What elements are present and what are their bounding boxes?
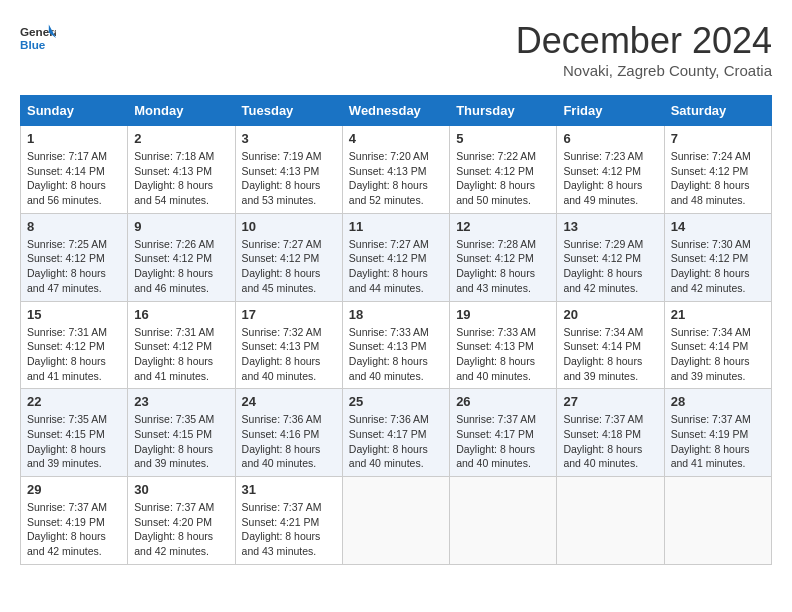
calendar-cell: 29 Sunrise: 7:37 AM Sunset: 4:19 PM Dayl… xyxy=(21,477,128,565)
calendar-cell: 6 Sunrise: 7:23 AM Sunset: 4:12 PM Dayli… xyxy=(557,126,664,214)
day-number: 9 xyxy=(134,219,228,234)
day-number: 19 xyxy=(456,307,550,322)
day-info: Sunrise: 7:32 AM Sunset: 4:13 PM Dayligh… xyxy=(242,325,336,384)
title-block: December 2024 Novaki, Zagreb County, Cro… xyxy=(516,20,772,79)
day-info: Sunrise: 7:18 AM Sunset: 4:13 PM Dayligh… xyxy=(134,149,228,208)
day-info: Sunrise: 7:25 AM Sunset: 4:12 PM Dayligh… xyxy=(27,237,121,296)
calendar-week-row: 29 Sunrise: 7:37 AM Sunset: 4:19 PM Dayl… xyxy=(21,477,772,565)
day-info: Sunrise: 7:37 AM Sunset: 4:19 PM Dayligh… xyxy=(671,412,765,471)
calendar-week-row: 22 Sunrise: 7:35 AM Sunset: 4:15 PM Dayl… xyxy=(21,389,772,477)
calendar-cell: 11 Sunrise: 7:27 AM Sunset: 4:12 PM Dayl… xyxy=(342,213,449,301)
calendar-cell: 20 Sunrise: 7:34 AM Sunset: 4:14 PM Dayl… xyxy=(557,301,664,389)
col-friday: Friday xyxy=(557,96,664,126)
calendar-cell: 17 Sunrise: 7:32 AM Sunset: 4:13 PM Dayl… xyxy=(235,301,342,389)
day-info: Sunrise: 7:36 AM Sunset: 4:16 PM Dayligh… xyxy=(242,412,336,471)
col-thursday: Thursday xyxy=(450,96,557,126)
day-number: 3 xyxy=(242,131,336,146)
day-info: Sunrise: 7:34 AM Sunset: 4:14 PM Dayligh… xyxy=(563,325,657,384)
day-info: Sunrise: 7:35 AM Sunset: 4:15 PM Dayligh… xyxy=(27,412,121,471)
day-info: Sunrise: 7:37 AM Sunset: 4:20 PM Dayligh… xyxy=(134,500,228,559)
day-number: 31 xyxy=(242,482,336,497)
day-info: Sunrise: 7:22 AM Sunset: 4:12 PM Dayligh… xyxy=(456,149,550,208)
day-number: 11 xyxy=(349,219,443,234)
calendar-cell: 15 Sunrise: 7:31 AM Sunset: 4:12 PM Dayl… xyxy=(21,301,128,389)
calendar-cell: 3 Sunrise: 7:19 AM Sunset: 4:13 PM Dayli… xyxy=(235,126,342,214)
day-number: 13 xyxy=(563,219,657,234)
col-monday: Monday xyxy=(128,96,235,126)
day-info: Sunrise: 7:20 AM Sunset: 4:13 PM Dayligh… xyxy=(349,149,443,208)
calendar-cell: 27 Sunrise: 7:37 AM Sunset: 4:18 PM Dayl… xyxy=(557,389,664,477)
day-info: Sunrise: 7:33 AM Sunset: 4:13 PM Dayligh… xyxy=(456,325,550,384)
calendar-cell: 31 Sunrise: 7:37 AM Sunset: 4:21 PM Dayl… xyxy=(235,477,342,565)
calendar-cell: 14 Sunrise: 7:30 AM Sunset: 4:12 PM Dayl… xyxy=(664,213,771,301)
calendar-week-row: 15 Sunrise: 7:31 AM Sunset: 4:12 PM Dayl… xyxy=(21,301,772,389)
day-info: Sunrise: 7:24 AM Sunset: 4:12 PM Dayligh… xyxy=(671,149,765,208)
day-number: 2 xyxy=(134,131,228,146)
day-number: 4 xyxy=(349,131,443,146)
calendar-cell: 23 Sunrise: 7:35 AM Sunset: 4:15 PM Dayl… xyxy=(128,389,235,477)
day-number: 25 xyxy=(349,394,443,409)
col-tuesday: Tuesday xyxy=(235,96,342,126)
logo-icon: General Blue xyxy=(20,20,56,56)
day-number: 16 xyxy=(134,307,228,322)
day-number: 21 xyxy=(671,307,765,322)
calendar-cell: 8 Sunrise: 7:25 AM Sunset: 4:12 PM Dayli… xyxy=(21,213,128,301)
logo: General Blue xyxy=(20,20,56,56)
day-number: 10 xyxy=(242,219,336,234)
day-info: Sunrise: 7:31 AM Sunset: 4:12 PM Dayligh… xyxy=(27,325,121,384)
calendar-table: Sunday Monday Tuesday Wednesday Thursday… xyxy=(20,95,772,565)
month-title: December 2024 xyxy=(516,20,772,62)
day-number: 6 xyxy=(563,131,657,146)
calendar-cell: 24 Sunrise: 7:36 AM Sunset: 4:16 PM Dayl… xyxy=(235,389,342,477)
day-info: Sunrise: 7:23 AM Sunset: 4:12 PM Dayligh… xyxy=(563,149,657,208)
day-number: 28 xyxy=(671,394,765,409)
day-number: 22 xyxy=(27,394,121,409)
day-number: 5 xyxy=(456,131,550,146)
calendar-cell: 19 Sunrise: 7:33 AM Sunset: 4:13 PM Dayl… xyxy=(450,301,557,389)
calendar-cell: 16 Sunrise: 7:31 AM Sunset: 4:12 PM Dayl… xyxy=(128,301,235,389)
calendar-cell: 10 Sunrise: 7:27 AM Sunset: 4:12 PM Dayl… xyxy=(235,213,342,301)
calendar-cell: 18 Sunrise: 7:33 AM Sunset: 4:13 PM Dayl… xyxy=(342,301,449,389)
calendar-cell: 4 Sunrise: 7:20 AM Sunset: 4:13 PM Dayli… xyxy=(342,126,449,214)
calendar-cell: 13 Sunrise: 7:29 AM Sunset: 4:12 PM Dayl… xyxy=(557,213,664,301)
day-info: Sunrise: 7:17 AM Sunset: 4:14 PM Dayligh… xyxy=(27,149,121,208)
day-info: Sunrise: 7:33 AM Sunset: 4:13 PM Dayligh… xyxy=(349,325,443,384)
calendar-cell: 25 Sunrise: 7:36 AM Sunset: 4:17 PM Dayl… xyxy=(342,389,449,477)
day-info: Sunrise: 7:37 AM Sunset: 4:19 PM Dayligh… xyxy=(27,500,121,559)
day-info: Sunrise: 7:27 AM Sunset: 4:12 PM Dayligh… xyxy=(349,237,443,296)
location: Novaki, Zagreb County, Croatia xyxy=(516,62,772,79)
calendar-week-row: 1 Sunrise: 7:17 AM Sunset: 4:14 PM Dayli… xyxy=(21,126,772,214)
calendar-cell: 30 Sunrise: 7:37 AM Sunset: 4:20 PM Dayl… xyxy=(128,477,235,565)
calendar-week-row: 8 Sunrise: 7:25 AM Sunset: 4:12 PM Dayli… xyxy=(21,213,772,301)
calendar-cell xyxy=(557,477,664,565)
day-info: Sunrise: 7:37 AM Sunset: 4:21 PM Dayligh… xyxy=(242,500,336,559)
calendar-cell: 28 Sunrise: 7:37 AM Sunset: 4:19 PM Dayl… xyxy=(664,389,771,477)
calendar-cell xyxy=(664,477,771,565)
calendar-cell: 9 Sunrise: 7:26 AM Sunset: 4:12 PM Dayli… xyxy=(128,213,235,301)
header-row: Sunday Monday Tuesday Wednesday Thursday… xyxy=(21,96,772,126)
day-info: Sunrise: 7:37 AM Sunset: 4:17 PM Dayligh… xyxy=(456,412,550,471)
day-info: Sunrise: 7:30 AM Sunset: 4:12 PM Dayligh… xyxy=(671,237,765,296)
day-info: Sunrise: 7:26 AM Sunset: 4:12 PM Dayligh… xyxy=(134,237,228,296)
day-info: Sunrise: 7:28 AM Sunset: 4:12 PM Dayligh… xyxy=(456,237,550,296)
col-sunday: Sunday xyxy=(21,96,128,126)
day-number: 30 xyxy=(134,482,228,497)
day-number: 18 xyxy=(349,307,443,322)
calendar-cell: 26 Sunrise: 7:37 AM Sunset: 4:17 PM Dayl… xyxy=(450,389,557,477)
day-number: 17 xyxy=(242,307,336,322)
calendar-cell: 5 Sunrise: 7:22 AM Sunset: 4:12 PM Dayli… xyxy=(450,126,557,214)
day-number: 29 xyxy=(27,482,121,497)
page-header: General Blue December 2024 Novaki, Zagre… xyxy=(20,20,772,79)
col-saturday: Saturday xyxy=(664,96,771,126)
day-number: 24 xyxy=(242,394,336,409)
calendar-cell xyxy=(342,477,449,565)
day-number: 7 xyxy=(671,131,765,146)
calendar-cell xyxy=(450,477,557,565)
day-info: Sunrise: 7:34 AM Sunset: 4:14 PM Dayligh… xyxy=(671,325,765,384)
day-info: Sunrise: 7:36 AM Sunset: 4:17 PM Dayligh… xyxy=(349,412,443,471)
day-number: 12 xyxy=(456,219,550,234)
calendar-cell: 2 Sunrise: 7:18 AM Sunset: 4:13 PM Dayli… xyxy=(128,126,235,214)
day-number: 1 xyxy=(27,131,121,146)
day-info: Sunrise: 7:31 AM Sunset: 4:12 PM Dayligh… xyxy=(134,325,228,384)
svg-text:Blue: Blue xyxy=(20,38,46,51)
